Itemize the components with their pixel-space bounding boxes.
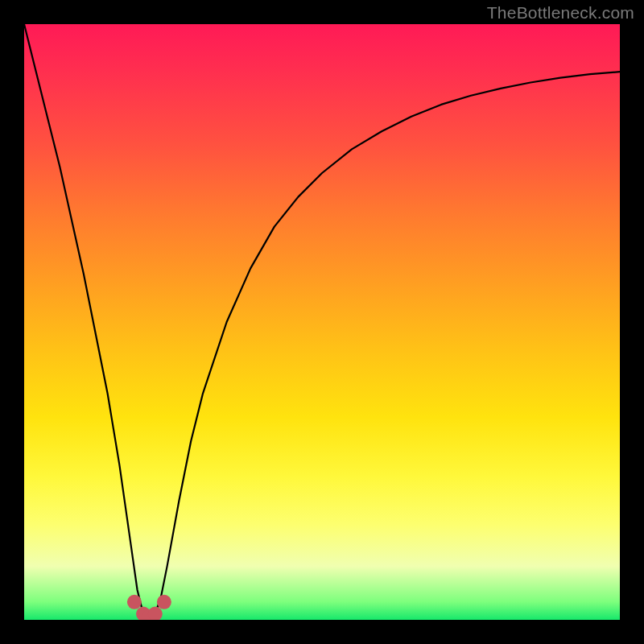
minimum-markers <box>127 595 171 620</box>
bottleneck-curve <box>24 24 620 617</box>
min-marker <box>127 595 142 609</box>
min-marker <box>148 607 163 620</box>
chart-frame: TheBottleneck.com <box>0 0 644 644</box>
plot-area <box>24 24 620 620</box>
watermark-text: TheBottleneck.com <box>487 3 634 23</box>
bottleneck-curve-svg <box>24 24 620 620</box>
min-marker <box>157 595 171 609</box>
